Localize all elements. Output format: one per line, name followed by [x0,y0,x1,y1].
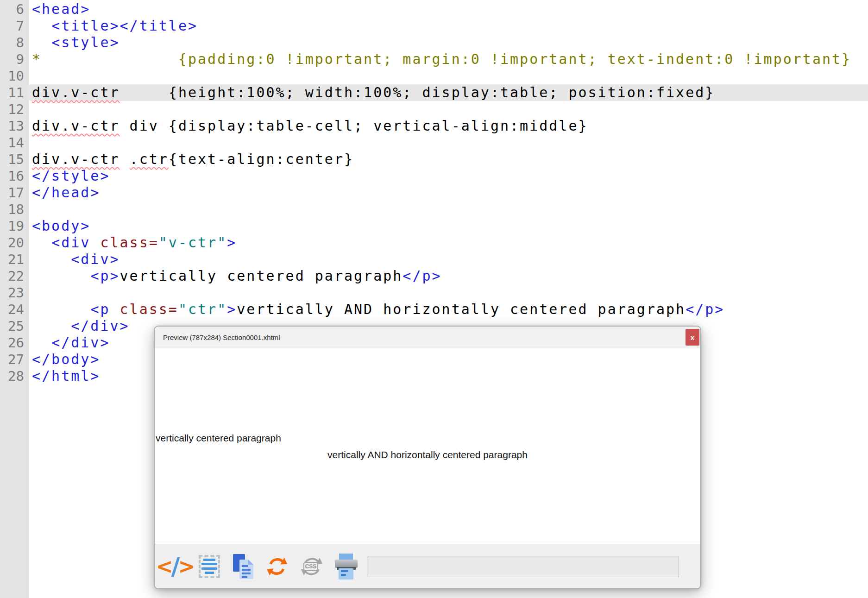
close-button[interactable]: x [686,329,699,346]
code-line[interactable]: 11div.v-ctr {height:100%; width:100%; di… [0,84,868,101]
code-line[interactable]: 21 <div> [0,251,868,268]
code-segment: <head> [32,1,90,17]
code-segment [32,234,51,251]
code-line[interactable]: 17</head> [0,184,868,201]
line-number: 25 [0,318,29,334]
code-segment: <p [90,301,120,317]
refresh-button[interactable] [264,553,290,580]
code-line-text[interactable]: </style> [29,168,868,184]
line-number: 21 [0,251,29,268]
inspect-css-button[interactable]: CSS [297,553,324,580]
inspect-css-icon: CSS [300,555,321,578]
code-line[interactable]: 7 <title></title> [0,18,868,34]
line-number: 16 [0,168,29,184]
code-segment [32,34,51,50]
line-number: 23 [0,284,29,301]
code-segment: </style> [32,168,110,184]
code-view-button[interactable]: < / > [162,553,189,580]
line-number: 19 [0,218,29,234]
code-line[interactable]: 13div.v-ctr div {display:table-cell; ver… [0,118,868,134]
code-line-text[interactable]: div.v-ctr div {display:table-cell; verti… [29,118,868,134]
app-window: 6<head>7 <title></title>8 <style>9* {pad… [0,0,868,598]
line-number: 17 [0,184,29,201]
code-segment: vertically centered paragraph [120,268,403,284]
preview-dialog: Preview (787x284) Section0001.xhtml x ve… [154,326,701,589]
line-number: 18 [0,201,29,218]
line-number: 24 [0,301,29,318]
code-line-text[interactable]: <p>vertically centered paragraph</p> [29,268,868,284]
line-number: 26 [0,334,29,351]
code-segment [120,151,130,167]
code-segment: <div [51,234,100,251]
line-number: 27 [0,351,29,368]
code-segment: * {padding:0 !important; margin:0 !impor… [32,51,851,67]
line-number: 13 [0,118,29,134]
line-number: 6 [0,1,29,18]
code-line[interactable]: 24 <p class="ctr">vertically AND horizon… [0,301,868,318]
code-line[interactable]: 14 [0,134,868,151]
code-line-text[interactable]: <style> [29,34,868,51]
code-line[interactable]: 12 [0,101,868,118]
code-segment: {text-align:center} [169,151,354,167]
copy-button[interactable] [230,553,257,580]
code-line-text[interactable] [29,201,868,218]
code-line[interactable]: 18 [0,201,868,218]
code-line-text[interactable]: <head> [29,1,868,18]
code-line-text[interactable]: <div> [29,251,868,268]
code-segment [32,18,51,34]
line-number: 11 [0,84,29,101]
print-button[interactable] [331,553,358,580]
preview-content: vertically centered paragraph vertically… [155,348,700,544]
code-line-text[interactable] [29,68,868,84]
code-segment: .ctr [130,151,169,167]
line-number: 7 [0,18,29,34]
copy-icon [233,554,254,579]
code-segment: class= [100,234,158,251]
code-line[interactable]: 19<body> [0,218,868,234]
code-segment: <title></title> [51,18,198,34]
code-line[interactable]: 22 <p>vertically centered paragraph</p> [0,268,868,284]
code-line[interactable]: 16</style> [0,168,868,184]
css-label: CSS [303,562,319,571]
code-line[interactable]: 9* {padding:0 !important; margin:0 !impo… [0,51,868,68]
code-line[interactable]: 15div.v-ctr .ctr{text-align:center} [0,151,868,168]
code-line[interactable]: 20 <div class="v-ctr"> [0,234,868,251]
line-number: 28 [0,368,29,384]
line-number: 22 [0,268,29,284]
code-line-text[interactable] [29,284,868,301]
code-line[interactable]: 8 <style> [0,34,868,51]
code-segment [32,251,71,267]
code-segment [32,301,90,317]
code-line[interactable]: 23 [0,284,868,301]
code-line-text[interactable]: <p class="ctr">vertically AND horizontal… [29,301,868,318]
code-segment: <div> [71,251,120,267]
code-segment: </div> [71,318,129,334]
code-segment: > [227,301,237,317]
code-line[interactable]: 6<head> [0,1,868,18]
line-number: 8 [0,34,29,51]
code-line-text[interactable]: div.v-ctr .ctr{text-align:center} [29,151,868,168]
code-segment: {height:100%; width:100%; display:table;… [120,84,715,101]
code-segment [32,268,90,284]
print-icon [334,553,355,580]
code-line-text[interactable] [29,134,868,151]
preview-filter-input[interactable] [367,556,679,577]
code-view-icon: < / > [156,554,195,579]
code-line-text[interactable]: * {padding:0 !important; margin:0 !impor… [29,51,868,68]
angle-right-glyph: > [178,556,195,577]
code-line-text[interactable]: <div class="v-ctr"> [29,234,868,251]
code-line-text[interactable]: <body> [29,218,868,234]
line-number: 10 [0,68,29,84]
code-line[interactable]: 10 [0,68,868,84]
select-all-button[interactable] [196,553,223,580]
code-line-text[interactable]: <title></title> [29,18,868,34]
code-segment: <body> [32,218,90,234]
preview-paragraph-left: vertically centered paragraph [156,432,700,444]
code-line-text[interactable]: </head> [29,184,868,201]
line-number: 15 [0,151,29,168]
code-segment: <p> [90,268,120,284]
preview-dialog-titlebar[interactable]: Preview (787x284) Section0001.xhtml x [155,327,700,348]
code-line-text[interactable] [29,101,868,118]
code-segment: "v-ctr" [159,234,227,251]
code-line-text[interactable]: div.v-ctr {height:100%; width:100%; disp… [29,84,868,101]
